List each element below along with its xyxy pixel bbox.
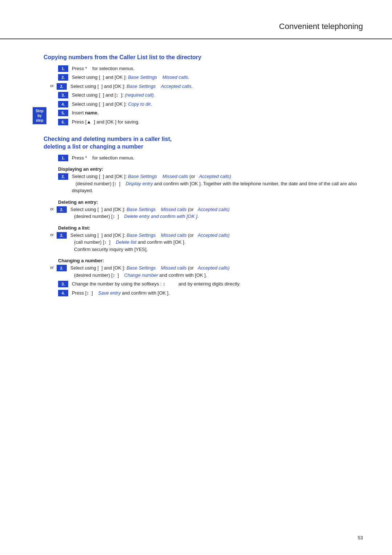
menu-item: Change number — [124, 272, 158, 278]
indent-text: (call number) [↕ ] Delete list and confi… — [70, 239, 185, 245]
indent-text: (desired number) [↕ ] Delete entry and c… — [70, 214, 199, 219]
step-number: 5. — [58, 110, 68, 116]
menu-item: Missed calls — [162, 174, 188, 179]
step-number: 2. — [58, 74, 68, 81]
step-content: Press [↕ ] Save entry and confirm with [… — [72, 289, 363, 297]
or-label: or — [47, 207, 54, 211]
step-row: 3. Change the number by using the softke… — [58, 280, 363, 288]
step-number: 1. — [58, 65, 68, 72]
indent-text: (desired number) [↕ ] Change number and … — [70, 272, 207, 278]
step-row: or 2. Select using [ ] and [OK ]: Base S… — [47, 264, 363, 279]
menu-item: Delete entry and confirm with [OK ] — [124, 214, 197, 219]
menu-item: Copy to dir — [128, 101, 151, 107]
or-label: or — [47, 84, 54, 88]
step-content: Select using [ ] and [OK ]: Base Setting… — [70, 264, 363, 279]
step-number: 3. — [58, 92, 68, 98]
step-row: 4. Select using [ ] and [OK ]: Copy to d… — [58, 101, 363, 108]
menu-item: Base Settings — [128, 74, 157, 80]
menu-item: Accepted calls — [161, 84, 191, 89]
step-content: Insert name. — [72, 109, 363, 117]
step-number: 1. — [58, 155, 68, 161]
menu-item: Accepted calls) — [197, 207, 229, 212]
step-content: Press * for selection menus. — [72, 154, 363, 162]
step-number: 2. — [58, 173, 68, 180]
menu-item: Base Settings — [127, 84, 156, 89]
or-label: or — [47, 232, 54, 237]
step-row: 5. Insert name. — [58, 109, 363, 117]
step-number: 2. — [57, 265, 67, 271]
step-content: Change the number by using the softkeys … — [72, 280, 363, 288]
page-header: Convenient telephoning — [0, 0, 392, 39]
step-content: Select using [ ] and [OK ]: Base Setting… — [70, 83, 363, 90]
menu-item: Delete list — [116, 239, 136, 245]
menu-item: Base Settings — [127, 265, 156, 271]
section-copying: Copying numbers from the Caller List lis… — [44, 54, 363, 125]
subsection-title: Changing a number: — [58, 258, 363, 263]
step-row: 4. Press [↕ ] Save entry and confirm wit… — [58, 289, 363, 297]
step-content: Select using [ ] and [OK ]: Base Setting… — [72, 173, 363, 194]
menu-item: (required call). — [125, 92, 155, 98]
section1-title: Copying numbers from the Caller List lis… — [44, 54, 363, 61]
menu-item: Base Settings — [127, 232, 156, 238]
step-by-step-box: Step by step — [33, 107, 46, 124]
step-number: 2. — [57, 206, 67, 213]
subsection-title: Deleting an entry: — [58, 199, 363, 205]
content-area: Step by step Copying numbers from the Ca… — [0, 50, 392, 328]
or-label: or — [47, 265, 54, 270]
subsection-title: Deleting a list: — [58, 225, 363, 231]
step-content: Press [▲ ] and [OK ] for saving. — [72, 118, 363, 126]
menu-item: Base Settings — [127, 207, 156, 212]
step-row: 1. Press * for selection menus. — [58, 65, 363, 72]
step-number: 4. — [58, 290, 68, 296]
step-row: or 2. Select using [ ] and [OK ]: Base S… — [47, 232, 363, 253]
step-row: 2. Select using [ ] and [OK ]: Base Sett… — [58, 74, 363, 81]
menu-item: Display entry — [126, 181, 153, 186]
bold-text: name. — [85, 110, 99, 116]
menu-item: Accepted calls) — [197, 265, 229, 271]
step-row: or 2. Select using [ ] and [OK ]: Base S… — [47, 83, 363, 90]
page-title: Convenient telephoning — [29, 22, 363, 31]
subsection-title: Displaying an entry: — [58, 166, 363, 172]
menu-item: Accepted calls) — [199, 174, 231, 179]
menu-item: Missed calls — [161, 207, 187, 212]
step-row: or 2. Select using [ ] and [OK ]: Base S… — [47, 206, 363, 220]
step-content: Select using [ ] and [↕ ]: (required cal… — [72, 92, 363, 99]
menu-item: Save entry — [98, 290, 121, 296]
step-number: 4. — [58, 101, 68, 108]
step-content: Select using [ ] and [OK ]: Copy to dir. — [72, 101, 363, 108]
step-row: 6. Press [▲ ] and [OK ] for saving. — [58, 118, 363, 126]
step-content: Press * for selection menus. — [72, 65, 363, 72]
menu-item: Accepted calls) — [197, 232, 229, 238]
menu-item: Base Settings — [128, 174, 157, 179]
section2-title: Checking and deleting numbers in a calle… — [44, 135, 363, 151]
indent-text: (desired number) [↕ ] Display entry and … — [72, 181, 357, 194]
step-row: 2. Select using [ ] and [OK ]: Base Sett… — [58, 173, 363, 194]
step-number: 2. — [57, 232, 67, 239]
page-number: 53 — [358, 535, 363, 540]
step-number: 2. — [57, 83, 67, 90]
step-row: 3. Select using [ ] and [↕ ]: (required … — [58, 92, 363, 99]
menu-item: Missed calls — [161, 232, 187, 238]
step-content: Select using [ ] and [OK ]: Base Setting… — [70, 232, 363, 253]
menu-item: Missed calls — [161, 265, 187, 271]
menu-item: Missed calls — [162, 74, 188, 80]
step-row: 1. Press * for selection menus. — [58, 154, 363, 162]
step-number: 3. — [58, 281, 68, 287]
indent-text: Confirm security inquiry with [YES]. — [70, 247, 148, 252]
step-content: Select using [ ] and [OK ]: Base Setting… — [70, 206, 363, 220]
section-checking: Checking and deleting numbers in a calle… — [44, 135, 363, 296]
step-number: 6. — [58, 119, 68, 125]
step-content: Select using [ ] and [OK ]: Base Setting… — [72, 74, 363, 81]
